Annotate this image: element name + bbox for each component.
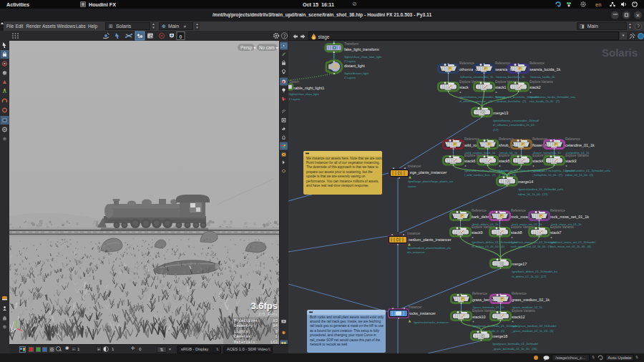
svg-text:stack3: stack3: [565, 159, 577, 163]
svg-text:/geo/large_plants/large_plants: /geo/large_plants/large_plants_ins: [408, 180, 453, 183]
svg-text:/othonna_ceranioides_1k: /othonna_ceranioides_1k: [460, 75, 494, 79]
svg-text:stack6: stack6: [464, 159, 476, 163]
svg-text:275.04ms: 275.04ms: [258, 312, 278, 317]
svg-text:rail_create SOP net would caus: rail_create SOP net would cause this par…: [310, 338, 381, 342]
svg-text:Instancer: Instancer: [408, 165, 421, 168]
svg-text:tancer: tancer: [408, 185, 416, 188]
svg-text:el_othonna_ceranioides_1k_00..: el_othonna_ceranioides_1k_00..: [493, 123, 536, 127]
svg-text:stack9: stack9: [472, 230, 483, 235]
svg-text:Solaris: Solaris: [602, 47, 638, 59]
svg-text:ndine_01_1k_00.. (17): ndine_01_1k_00.. (17): [518, 192, 548, 196]
svg-text:We instance our assets here. N: We instance our assets here. Note that w…: [306, 157, 384, 160]
svg-text:el_othonna_ceranioi.. (7): el_othonna_ceranioi.. (7): [459, 99, 492, 103]
svg-text:/geo/rocks/rocks_instancer: /geo/rocks/rocks_instancer: [414, 321, 449, 324]
svg-text:en: en: [595, 1, 601, 8]
svg-text:Reference: Reference: [511, 209, 526, 212]
svg-text:Explore Variants: Explore Variants: [530, 80, 553, 84]
svg-text:3: 3: [275, 329, 278, 334]
svg-text:Instancer: Instancer: [407, 232, 421, 235]
svg-text:performance. You can instance: performance. You can instance millions o…: [306, 180, 379, 183]
svg-text:(17): (17): [493, 128, 499, 132]
svg-text:merge13: merge13: [493, 111, 508, 115]
svg-text:Instancer: Instancer: [409, 305, 422, 309]
svg-text:/geo/rock_moss_set_02_1k/model: /geo/rock_moss_set_02_1k/model: [511, 240, 556, 244]
svg-text:/grass_bermuda_01_1k: /grass_bermuda_01_1k: [473, 305, 504, 309]
svg-text:Cameras:: Cameras:: [234, 334, 253, 339]
svg-text:ndine_01_1k_00.. (5): ndine_01_1k_00.. (5): [565, 173, 594, 177]
svg-text:stack1: stack1: [495, 85, 507, 89]
svg-text:stack4: stack4: [532, 159, 544, 163]
svg-text:/geo/searsia_lucida_1k/model_s: /geo/searsia_lucida_1k/model_sea: [530, 95, 575, 99]
svg-text:rail track geo to generate a m: rail track geo to generate a mask on the…: [310, 324, 384, 328]
svg-text:/lights/distant_light: /lights/distant_light: [344, 72, 369, 75]
svg-text:/geo/bark_debris_01_1k/model_b: /geo/bark_debris_01_1k/model_ba: [512, 270, 557, 273]
svg-text:grass_medium_02_1k: grass_medium_02_1k: [512, 298, 550, 302]
svg-text:/geo/grass_medium_02_1k/model: /geo/grass_medium_02_1k/model: [512, 324, 556, 328]
svg-text:Reference: Reference: [512, 292, 527, 295]
svg-text:/geo/rock_moss_set_01_1k/model: /geo/rock_moss_set_01_1k/model: [550, 240, 595, 244]
svg-text:Reference: Reference: [472, 292, 487, 295]
svg-text:Reference: Reference: [472, 209, 487, 212]
svg-text:Explore Variants: Explore Variants: [550, 225, 574, 229]
svg-text:stack12: stack12: [512, 315, 525, 319]
svg-text:stack7: stack7: [550, 230, 562, 235]
svg-text:/searsia_lucida_1k: /searsia_lucida_1k: [530, 75, 555, 79]
svg-text:as a bound for point creation.: as a bound for point creation. This setu…: [310, 329, 380, 333]
svg-text:!: !: [283, 331, 284, 335]
svg-text:83: 83: [273, 318, 278, 323]
svg-text:_grass_medium_02_1k_00.. (5): _grass_medium_02_1k_00.. (5): [511, 329, 554, 333]
svg-text:Persp ▾: Persp ▾: [240, 45, 256, 51]
svg-text:/geo/celandine_01_1k/model_cel: /geo/celandine_01_1k/model_cela: [565, 169, 611, 172]
svg-text:Reference: Reference: [459, 62, 474, 65]
svg-text:/geo/othonna_ceranioides_1k/mo: /geo/othonna_ceranioides_1k/mod: [493, 119, 539, 122]
svg-text:and have real real-time viewpo: and have real real-time viewport respons…: [306, 184, 369, 187]
svg-text:distant_light: distant_light: [344, 64, 365, 68]
svg-text:_searsia_burchelia.. (7): _searsia_burchelia.. (7): [494, 99, 527, 103]
svg-text:bark_debris...: bark_debris...: [472, 215, 495, 219]
svg-text:Transform: Transform: [344, 42, 359, 46]
svg-text:wild_roo...: wild_roo...: [464, 143, 482, 147]
svg-text:No cam ▾: No cam ▾: [259, 45, 278, 50]
svg-text:2 Layers: 2 Layers: [289, 97, 301, 101]
svg-text:Reference: Reference: [464, 137, 479, 141]
svg-text:2 Layers: 2 Layers: [344, 76, 356, 79]
svg-text:stack: stack: [459, 85, 469, 89]
svg-text:rocks_instancer: rocks_instancer: [409, 311, 436, 315]
svg-text:0: 0: [180, 34, 182, 39]
svg-text:Reference: Reference: [565, 137, 580, 141]
svg-text:procedural, and changing your: procedural, and changing your input Curv…: [310, 333, 376, 337]
svg-text:rk_debris_01_1k_00.. (17): rk_debris_01_1k_00.. (17): [512, 275, 547, 278]
svg-text:84: 84: [273, 323, 278, 328]
svg-text:Geometry:: Geometry:: [234, 323, 255, 328]
svg-text:/grass_medium_02_1k: /grass_medium_02_1k: [512, 305, 543, 309]
svg-text:/geo/celandine_01_1k/model_cel: /geo/celandine_01_1k/model_cela: [518, 187, 564, 191]
svg-text:Explore Variants: Explore Variants: [565, 154, 589, 157]
svg-text:_grass_bermuda_01_1k_00.. (26): _grass_bermuda_01_1k_00.. (26): [492, 347, 537, 351]
svg-text:upside is that we are severely: upside is that we are severely saving on: [306, 175, 366, 178]
svg-text:searsia_lucida_1k: searsia_lucida_1k: [530, 67, 560, 72]
svg-text:merge17: merge17: [512, 262, 527, 266]
svg-text:Reference: Reference: [550, 209, 565, 212]
svg-text:stack10: stack10: [472, 315, 486, 319]
svg-text:merge14: merge14: [518, 180, 533, 184]
svg-text:/searsia_burchelia_1k: /searsia_burchelia_1k: [496, 75, 525, 79]
svg-text:?: ?: [283, 34, 286, 39]
svg-text:3.6fps: 3.6fps: [250, 300, 278, 311]
svg-text:Reference: Reference: [495, 62, 510, 65]
svg-text:Explore Variants: Explore Variants: [512, 309, 535, 313]
svg-text:medium_plants_instancer: medium_plants_instancer: [407, 238, 452, 242]
svg-text:merge18: merge18: [492, 334, 507, 338]
svg-text:2 Layers: 2 Layers: [344, 59, 356, 63]
svg-text:Lights:: Lights:: [234, 329, 250, 334]
svg-text:Switch: Switch: [290, 80, 300, 84]
svg-text:rsia_lucida_1k_00.. (7): rsia_lucida_1k_00.. (7): [530, 99, 560, 103]
svg-text:around the rail track geo. Ins: around the rail track geo. Inside, we ar…: [310, 320, 381, 323]
svg-text:network to recook as well.: network to recook as well.: [310, 343, 348, 346]
svg-text:large_plants_instancer: large_plants_instancer: [408, 170, 447, 175]
svg-text:fake_light_transform: fake_light_transform: [344, 47, 379, 52]
svg-text:Primitives:: Primitives:: [234, 318, 260, 323]
svg-text:nts_instancer: nts_instancer: [407, 250, 425, 254]
svg-text:_heliophila_1k_00.. (7): _heliophila_1k_00.. (7): [532, 173, 563, 177]
svg-text:/lights/choo_choo_fake_light: /lights/choo_choo_fake_light: [344, 55, 382, 59]
svg-text:Reference: Reference: [530, 62, 545, 65]
